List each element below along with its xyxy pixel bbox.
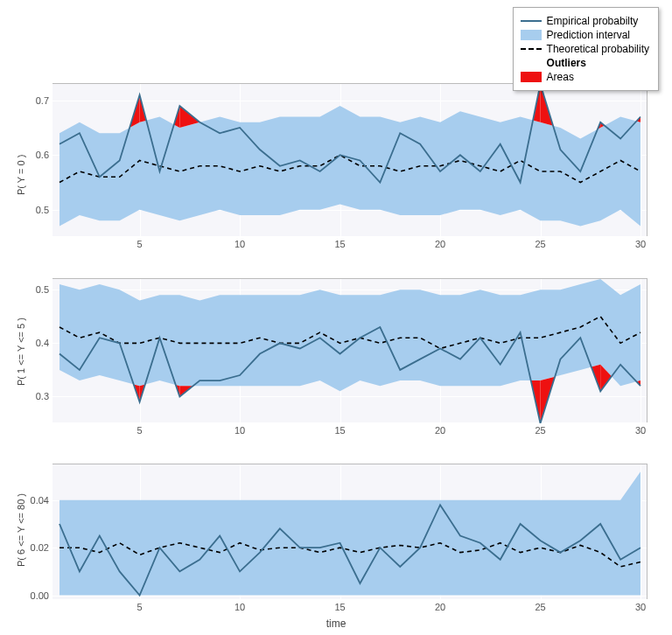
legend-label: Outliers — [547, 57, 586, 69]
chart-panel: 0.000.020.0451015202530 — [52, 464, 648, 599]
x-tick-label: 20 — [435, 422, 445, 436]
y-axis-label: P( Y = 0 ) — [16, 154, 26, 194]
plot-svg — [52, 464, 648, 600]
x-tick-label: 15 — [334, 599, 345, 612]
chart-panel: 0.30.40.551015202530 — [52, 278, 648, 422]
legend-label: Theoretical probability — [547, 43, 649, 55]
legend-item: Areas — [521, 71, 649, 83]
x-tick-label: 25 — [535, 236, 545, 249]
swatch-icon — [521, 30, 542, 40]
legend-header: Outliers — [521, 57, 649, 69]
chart-panel: 0.50.60.751015202530 — [52, 83, 648, 236]
plot-svg — [52, 279, 648, 423]
x-tick-label: 5 — [137, 422, 143, 436]
line-icon — [521, 16, 542, 26]
y-tick-label: 0.6 — [36, 150, 52, 160]
legend-item: Prediction interval — [521, 29, 649, 41]
x-tick-label: 30 — [635, 599, 646, 612]
legend: Empirical probabilty Prediction interval… — [513, 7, 659, 91]
y-tick-label: 0.5 — [36, 205, 52, 215]
x-tick-label: 20 — [435, 236, 445, 249]
x-tick-label: 30 — [635, 236, 646, 249]
legend-label: Empirical probabilty — [547, 15, 639, 27]
legend-label: Prediction interval — [547, 29, 630, 41]
y-axis-label: P( 1 <= Y <= 5 ) — [16, 318, 26, 386]
x-tick-label: 25 — [535, 422, 545, 436]
prediction-band — [60, 279, 640, 391]
swatch-icon — [521, 72, 542, 82]
y-tick-label: 0.3 — [36, 391, 52, 401]
x-tick-label: 30 — [635, 422, 646, 436]
x-axis-label: time — [326, 618, 346, 630]
x-tick-label: 10 — [234, 422, 245, 436]
legend-item: Theoretical probability — [521, 43, 649, 55]
x-tick-label: 15 — [334, 236, 345, 249]
x-tick-label: 20 — [435, 599, 445, 612]
dashed-line-icon — [521, 44, 542, 54]
y-tick-label: 0.5 — [36, 284, 52, 295]
legend-item: Empirical probabilty — [521, 15, 649, 27]
plot-svg — [52, 84, 648, 237]
y-tick-label: 0.04 — [31, 495, 52, 506]
y-tick-label: 0.02 — [31, 542, 52, 553]
x-tick-label: 10 — [234, 599, 245, 612]
x-tick-label: 10 — [234, 236, 245, 249]
x-tick-label: 5 — [137, 599, 143, 612]
y-axis-label: P( 6 <= Y <= 80 ) — [16, 493, 26, 567]
x-tick-label: 15 — [334, 422, 345, 436]
x-tick-label: 5 — [137, 236, 143, 249]
y-tick-label: 0.4 — [36, 338, 52, 348]
legend-label: Areas — [547, 71, 574, 83]
y-tick-label: 0.00 — [31, 590, 52, 601]
y-tick-label: 0.7 — [36, 95, 52, 106]
x-tick-label: 25 — [535, 599, 545, 612]
